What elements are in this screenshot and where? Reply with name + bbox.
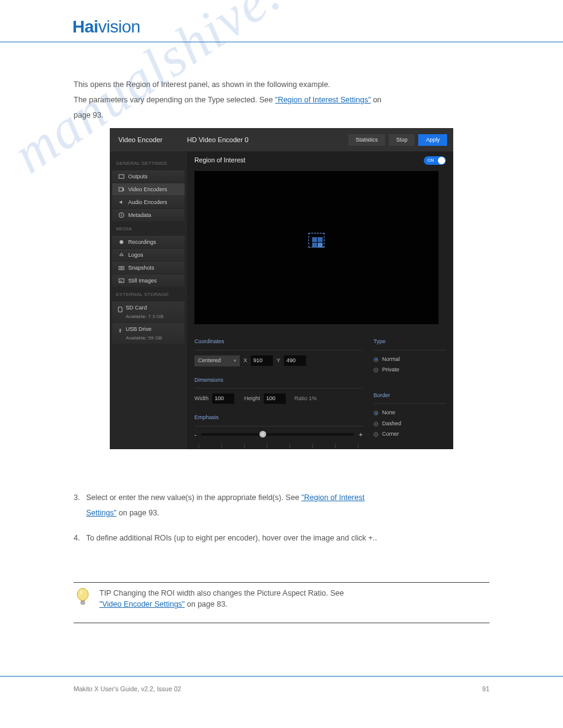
x-input[interactable]: 910 [251,355,273,366]
sidebar-item-video-encoders[interactable]: Video Encoders [112,183,185,195]
dimensions-label: Dimensions [194,376,362,385]
tip-text: on page 83. [187,600,228,609]
sidebar-item-label: Video Encoders [128,186,167,194]
step-number: 3. [74,492,80,523]
sidebar-item-metadata[interactable]: Metadata [112,209,185,221]
intro-text: on [373,96,381,104]
width-label: Width [194,395,209,403]
step-text: on page 93. [119,509,159,517]
info-icon [118,212,124,218]
emphasis-slider[interactable] [201,433,354,436]
width-input[interactable]: 100 [212,393,234,404]
tip-callout: TIP Changing the ROI width also changes … [74,582,489,624]
svg-rect-0 [119,175,124,178]
svg-rect-1 [119,188,123,191]
audio-icon [118,199,124,205]
border-label: Border [373,392,446,400]
sidebar-item-label: Audio Encoders [128,199,167,207]
slider-thumb[interactable] [259,431,266,438]
y-label: Y [277,357,280,365]
recordings-icon [118,239,124,245]
border-corner-radio[interactable]: Corner [373,430,446,439]
step-text-line-1: Select or enter the new value(s) in the … [86,492,364,504]
svg-point-11 [80,591,82,594]
camera-icon [118,265,124,271]
svg-point-7 [121,267,123,269]
stop-button[interactable]: Stop [389,134,415,146]
slider-plus: + [359,430,362,439]
type-label: Type [373,338,446,346]
coordinates-label: Coordinates [194,338,362,346]
radio-dot-icon [373,368,378,373]
apply-button[interactable]: Apply [418,134,447,146]
encoder-title: HD Video Encoder 0 [187,135,345,145]
separator [194,388,362,389]
roi-settings-link[interactable]: Settings" [86,509,117,517]
toggle-knob [438,157,445,164]
page-header: Haivision [0,0,563,37]
roi-controls-left: Coordinates Centered ▾ X 910 Y 490 [194,333,362,449]
radio-dot-icon [373,411,378,415]
sidebar-item-usb-drive[interactable]: USB Drive Available: 59 GB [112,323,185,344]
x-label: X [243,357,247,365]
svg-rect-3 [121,214,122,216]
radio-label: Normal [382,355,400,364]
step-text: To define additional ROIs (up to eight p… [86,533,377,544]
storage-available: Available: 59 GB [126,335,162,342]
sidebar-item-still-images[interactable]: Still Images [112,275,185,287]
separator [194,426,362,427]
sidebar-section-general: GENERAL SETTINGS [110,156,187,170]
footer-left: Makito X User's Guide, v2.2, Issue 02 [74,685,181,692]
sidebar-item-snapshots[interactable]: Snapshots [112,262,185,274]
roi-controls: Coordinates Centered ▾ X 910 Y 490 [194,324,446,449]
height-label: Height [244,395,260,403]
sidebar-item-sd-card[interactable]: SD Card Available: 7.3 GB [112,301,185,322]
type-private-radio[interactable]: Private [373,366,446,374]
sidebar: GENERAL SETTINGS Outputs Video Encoders … [110,151,187,449]
y-input[interactable]: 490 [284,355,306,366]
sidebar-item-label: Snapshots [128,264,155,273]
main-panel: Region of Interest ON Coordinates [187,151,453,449]
roi-settings-link[interactable]: "Region of Interest Settings" [275,96,370,104]
roi-toggle[interactable]: ON [424,156,446,165]
toggle-on-label: ON [427,157,434,164]
haivision-logo: Haivision [72,17,563,37]
footer-page-number: 91 [482,685,489,692]
radio-dot-icon [373,357,378,362]
sidebar-item-logos[interactable]: Logos [112,249,185,261]
coordinates-mode-dropdown[interactable]: Centered ▾ [194,355,240,366]
roi-settings-link[interactable]: "Region of Interest [301,493,364,502]
statistics-button[interactable]: Statistics [348,134,385,146]
step-text-line-2: Settings" on page 93. [86,507,364,519]
border-none-radio[interactable]: None [373,409,446,417]
type-normal-radio[interactable]: Normal [373,355,446,364]
intro-line-2: The parameters vary depending on the Typ… [74,94,489,106]
svg-rect-4 [121,214,122,214]
footer-rule [0,676,563,677]
video-preview[interactable] [194,171,439,324]
sidebar-item-label: Logos [128,251,144,260]
usb-icon [117,328,123,334]
radio-label: Dashed [382,420,401,428]
chevron-down-icon: ▾ [234,357,236,365]
separator [194,350,362,351]
step-3: 3. Select or enter the new value(s) in t… [74,492,489,523]
video-encoder-settings-link[interactable]: "Video Encoder Settings" [99,600,185,609]
intro-text: The parameters vary depending on the Typ… [74,96,275,104]
tip-label: TIP [99,589,111,597]
sidebar-item-recordings[interactable]: Recordings [112,236,185,248]
app-screenshot: Video Encoder HD Video Encoder 0 Statist… [110,128,453,449]
sidebar-item-audio-encoders[interactable]: Audio Encoders [112,196,185,208]
dropdown-value: Centered [198,357,221,365]
image-icon [118,278,124,284]
separator [373,350,446,351]
lightbulb-icon [75,588,91,606]
roi-controls-right: Type Normal Private Border [373,333,446,449]
roi-selection-box[interactable] [308,233,324,248]
slider-ticks: |||||||| [194,439,362,449]
height-input[interactable]: 100 [264,393,286,404]
roi-title: Region of Interest [194,156,245,165]
sidebar-item-outputs[interactable]: Outputs [112,170,185,183]
border-dashed-radio[interactable]: Dashed [373,420,446,428]
step-number: 4. [74,533,80,544]
